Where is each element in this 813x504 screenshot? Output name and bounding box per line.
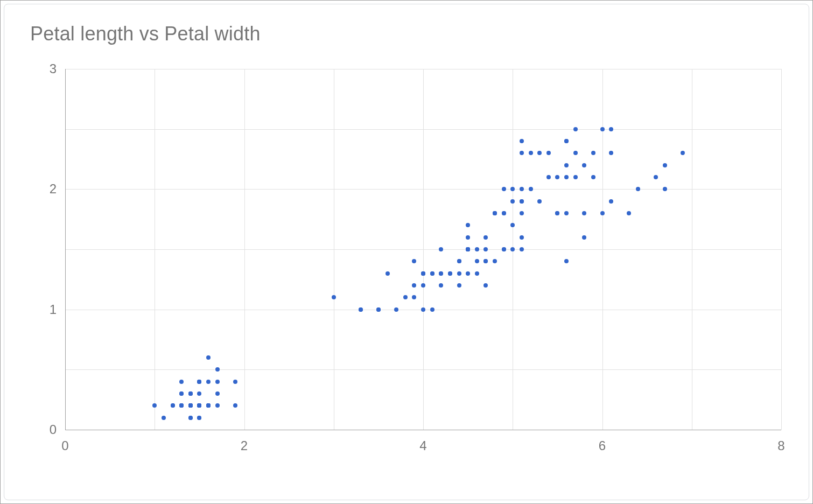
chart-title: Petal length vs Petal width xyxy=(30,23,261,45)
x-tick-label: 2 xyxy=(241,438,248,453)
window-frame: Petal length vs Petal width 024680123 xyxy=(0,0,813,504)
y-tick-label: 0 xyxy=(50,422,57,437)
x-tick-label: 6 xyxy=(599,438,606,453)
axis-labels: 024680123 xyxy=(65,69,781,430)
chart-card: Petal length vs Petal width 024680123 xyxy=(4,4,809,500)
y-tick-label: 2 xyxy=(50,181,57,197)
x-tick-label: 0 xyxy=(61,438,68,453)
x-tick-label: 8 xyxy=(777,438,784,453)
y-tick-label: 1 xyxy=(50,302,57,317)
y-tick-label: 3 xyxy=(50,61,57,76)
gridline-vertical xyxy=(781,69,782,430)
x-axis-baseline xyxy=(65,430,781,430)
x-tick-label: 4 xyxy=(419,438,426,453)
